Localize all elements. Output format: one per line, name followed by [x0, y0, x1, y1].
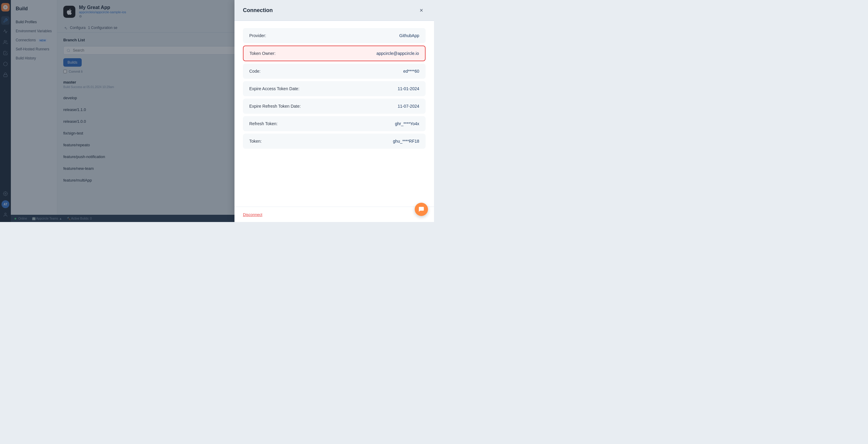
modal-header: Connection × — [235, 0, 434, 21]
modal-footer: Disconnect — [235, 207, 434, 222]
modal-body: Provider: GithubApp Token Owner: appcirc… — [235, 21, 434, 207]
connection-row-refresh-token: Refresh Token: ghr_****Yo4x — [243, 116, 426, 131]
chat-button[interactable] — [415, 203, 428, 216]
conn-label-token-owner: Token Owner: — [250, 51, 276, 56]
connection-row-expire-access: Expire Access Token Date: 11-01-2024 — [243, 81, 426, 96]
connection-row-code: Code: ed****60 — [243, 64, 426, 79]
connection-row-token-owner: Token Owner: appcircle@appcircle.io — [243, 46, 426, 61]
conn-label-expire-refresh: Expire Refresh Token Date: — [249, 104, 301, 109]
connection-row-token: Token: ghu_****RF18 — [243, 134, 426, 149]
conn-value-token-owner: appcircle@appcircle.io — [376, 51, 419, 56]
connection-row-expire-refresh: Expire Refresh Token Date: 11-07-2024 — [243, 99, 426, 114]
conn-label-token: Token: — [249, 139, 261, 144]
conn-label-code: Code: — [249, 69, 260, 73]
connection-modal: Connection × Provider: GithubApp Token O… — [235, 0, 434, 222]
conn-value-token: ghu_****RF18 — [393, 139, 419, 144]
conn-label-provider: Provider: — [249, 33, 266, 38]
modal-close-button[interactable]: × — [417, 6, 426, 14]
connection-row-provider: Provider: GithubApp — [243, 28, 426, 43]
disconnect-button[interactable]: Disconnect — [243, 212, 262, 217]
conn-value-expire-access: 11-01-2024 — [398, 86, 419, 91]
conn-value-code: ed****60 — [403, 69, 419, 73]
conn-label-refresh-token: Refresh Token: — [249, 121, 278, 126]
conn-value-expire-refresh: 11-07-2024 — [398, 104, 419, 109]
modal-title: Connection — [243, 7, 273, 13]
conn-value-refresh-token: ghr_****Yo4x — [395, 121, 419, 126]
conn-label-expire-access: Expire Access Token Date: — [249, 86, 299, 91]
conn-value-provider: GithubApp — [399, 33, 419, 38]
